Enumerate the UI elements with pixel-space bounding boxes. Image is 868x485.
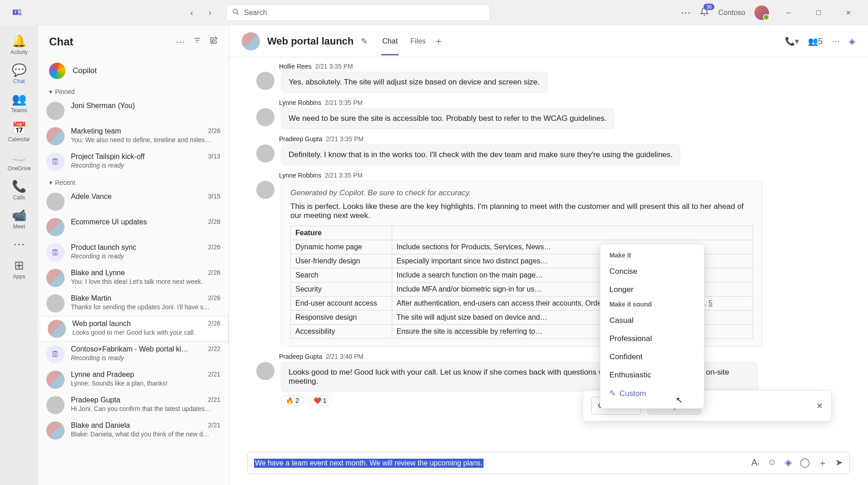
add-tab-button[interactable]: ＋ <box>434 35 443 47</box>
reaction-fire[interactable]: 🔥2 <box>281 396 304 406</box>
msg-author: Pradeep Gupta <box>279 353 322 360</box>
msg-author: Lynne Robbins <box>279 99 321 106</box>
search-icon <box>232 8 239 17</box>
chat-list-item[interactable]: Marketing team2/26You: We also need to d… <box>38 124 229 149</box>
chat-item-name: Lynne and Pradeep <box>71 371 134 379</box>
rail-more[interactable]: ⋯ <box>3 234 35 254</box>
reaction-heart[interactable]: ❤️1 <box>309 396 332 406</box>
filter-icon[interactable] <box>193 36 201 47</box>
rail-activity[interactable]: 🔔Activity <box>3 31 35 59</box>
avatar <box>46 294 65 312</box>
msg-author: Hollie Rees <box>279 63 312 70</box>
rail-onedrive[interactable]: ☁️OneDrive <box>3 147 35 175</box>
adjust-option-confident[interactable]: Confident <box>600 348 704 366</box>
avatar: 🗓 <box>46 345 65 363</box>
msg-time: 2/21 3:35 PM <box>325 172 363 179</box>
compose-icon[interactable] <box>210 36 218 47</box>
titlebar: T ‹ › Search ⋯ 36 Contoso ─ ☐ ✕ <box>0 0 868 25</box>
window-close-button[interactable]: ✕ <box>838 5 859 20</box>
citation-link[interactable]: 5 <box>708 299 713 307</box>
rail-apps[interactable]: ⊞Apps <box>3 255 35 283</box>
apps-icon: ⊞ <box>14 259 24 272</box>
chat-item-name: Ecommerce UI updates <box>71 218 147 226</box>
chat-list-item[interactable]: Lynne and Pradeep2/21Lynne: Sounds like … <box>38 367 229 392</box>
avatar <box>256 362 274 380</box>
msg-author: Pradeep Gupta <box>279 135 322 143</box>
tab-chat[interactable]: Chat <box>381 27 399 55</box>
chat-list-item[interactable]: Ecommerce UI updates2/28 <box>38 214 229 240</box>
chat-item-date: 2/22 <box>208 345 220 353</box>
chat-item-name: Blake and Daniela <box>71 421 130 430</box>
sidebar-more-icon[interactable]: ⋯ <box>176 36 185 47</box>
nav-back-button[interactable]: ‹ <box>185 5 199 20</box>
adjust-option-professional[interactable]: Professional <box>600 330 704 348</box>
loop-icon[interactable]: ◯ <box>800 457 810 469</box>
edit-name-icon[interactable]: ✎ <box>361 36 368 46</box>
rail-teams[interactable]: 👥Teams <box>3 89 35 117</box>
chat-item-name: Web portal launch <box>72 320 131 328</box>
msg-time: 2/21 3:35 PM <box>325 99 363 106</box>
people-button[interactable]: 👥5 <box>808 36 823 46</box>
close-icon[interactable]: ✕ <box>816 401 823 411</box>
attach-icon[interactable]: ＋ <box>818 457 827 469</box>
menu-header-make-it: Make it <box>600 250 704 262</box>
adjust-menu: Make it Concise Longer Make it sound Cas… <box>600 244 704 409</box>
chat-item-name: Blake Martin <box>71 294 111 302</box>
format-icon[interactable]: Aᵢ <box>751 457 759 469</box>
feature-name: End-user account access <box>291 297 392 311</box>
avatar <box>46 371 65 389</box>
chat-item-preview: You: I love this idea! Let's talk more n… <box>71 278 220 285</box>
user-avatar[interactable] <box>754 5 769 20</box>
avatar <box>48 320 66 338</box>
adjust-option-concise[interactable]: Concise <box>600 262 704 281</box>
adjust-option-casual[interactable]: Casual <box>600 312 704 330</box>
chat-more-icon[interactable]: ⋯ <box>832 36 840 46</box>
rail-calls[interactable]: 📞Calls <box>3 176 35 204</box>
rail-calendar[interactable]: 📅Calendar <box>3 118 35 146</box>
feature-name: Dynamic home page <box>291 240 392 254</box>
chat-list-item[interactable]: Blake and Daniela2/21Blake: Daniela, wha… <box>38 418 229 443</box>
copilot-compose-icon[interactable]: ◈ <box>785 457 792 469</box>
window-minimize-button[interactable]: ─ <box>778 5 799 20</box>
call-button[interactable]: 📞▾ <box>785 36 799 46</box>
rail-chat[interactable]: 💬Chat <box>3 60 35 88</box>
emoji-icon[interactable]: ☺ <box>768 457 777 469</box>
chat-list-item[interactable]: 🗓Project Tailspin kick-off3/13Recording … <box>38 149 229 174</box>
phone-icon: 📞 <box>12 180 26 193</box>
chat-item-preview: You: We also need to define, timeline an… <box>71 136 220 144</box>
chat-list-item[interactable]: 🗓Product launch sync2/26Recording is rea… <box>38 240 229 265</box>
search-placeholder: Search <box>244 9 267 17</box>
chat-list-item[interactable]: Web portal launch2/26Looks good to me! G… <box>38 316 229 341</box>
adjust-option-longer[interactable]: Longer <box>600 281 704 299</box>
send-button[interactable]: ➤ <box>835 457 843 469</box>
adjust-option-custom[interactable]: ✎Custom <box>600 384 704 403</box>
window-maximize-button[interactable]: ☐ <box>808 5 829 20</box>
compose-box[interactable]: We have a team event next month. We will… <box>247 452 850 474</box>
recent-header[interactable]: ▾Recent <box>38 174 229 189</box>
notifications-button[interactable]: 36 <box>700 7 709 19</box>
bell-icon: 🔔 <box>12 35 26 47</box>
more-icon[interactable]: ⋯ <box>681 7 691 19</box>
app-rail: 🔔Activity 💬Chat 👥Teams 📅Calendar ☁️OneDr… <box>0 25 38 485</box>
chat-list-item[interactable]: Blake Martin2/26Thanks for sending the u… <box>38 291 229 316</box>
feature-name: Search <box>291 268 392 282</box>
chat-list-item[interactable]: Pradeep Gupta2/21Hi Joni. Can you confir… <box>38 392 229 418</box>
chat-item-preview: Blake: Daniela, what did you think of th… <box>71 431 220 438</box>
rail-meet[interactable]: 📹Meet <box>3 205 35 233</box>
msg-time: 2/21 3:40 PM <box>326 353 364 360</box>
chat-list-item[interactable]: Joni Sherman (You) <box>38 98 229 124</box>
tab-files[interactable]: Files <box>409 27 427 55</box>
copilot-header-icon[interactable]: ◈ <box>849 36 855 46</box>
chat-item-name: Pradeep Gupta <box>71 396 120 404</box>
chat-item-date: 3/15 <box>208 193 220 201</box>
pinned-header[interactable]: ▾Pinned <box>38 84 229 98</box>
chevron-down-icon: ▾ <box>49 179 52 186</box>
nav-forward-button[interactable]: › <box>203 5 217 20</box>
sidebar-copilot[interactable]: Copilot <box>38 58 229 84</box>
chat-list-item[interactable]: 🗓Contoso+Fabrikam - Web portal ki…2/22Re… <box>38 341 229 367</box>
search-input[interactable]: Search <box>226 5 490 21</box>
avatar <box>256 181 274 199</box>
chat-list-item[interactable]: Blake and Lynne2/26You: I love this idea… <box>38 265 229 291</box>
chat-list-item[interactable]: Adele Vance3/15 <box>38 189 229 214</box>
adjust-option-enthusiastic[interactable]: Enthusiastic <box>600 366 704 384</box>
